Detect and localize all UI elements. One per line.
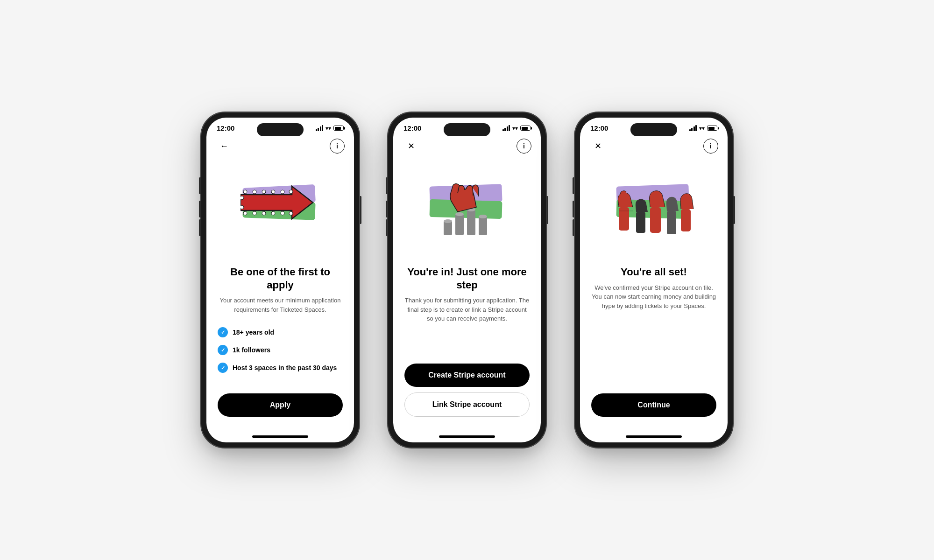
home-indicator-2 bbox=[439, 435, 495, 438]
svg-point-6 bbox=[289, 190, 293, 194]
svg-point-4 bbox=[271, 190, 275, 194]
req-check-1: ✓ bbox=[218, 327, 228, 337]
svg-rect-17 bbox=[455, 214, 464, 235]
close-button-3[interactable]: ✕ bbox=[589, 138, 606, 154]
svg-point-5 bbox=[281, 190, 284, 194]
close-button-2[interactable]: ✕ bbox=[403, 138, 419, 154]
signal-icon-2 bbox=[502, 125, 510, 131]
svg-point-8 bbox=[253, 211, 256, 215]
phone-3: 12:00 ▾▾ bbox=[574, 112, 733, 448]
battery-icon-1 bbox=[333, 126, 344, 131]
wifi-icon-2: ▾▾ bbox=[512, 125, 518, 132]
dynamic-island-3 bbox=[630, 123, 677, 136]
phone-2: 12:00 ▾▾ bbox=[388, 112, 546, 448]
svg-rect-19 bbox=[467, 210, 475, 235]
screen-1-subtitle: Your account meets our minimum applicati… bbox=[218, 296, 343, 314]
svg-point-2 bbox=[253, 190, 256, 194]
svg-point-11 bbox=[281, 211, 284, 215]
nav-bar-2: ✕ i bbox=[393, 134, 541, 158]
battery-icon-2 bbox=[520, 126, 531, 131]
svg-rect-21 bbox=[479, 217, 487, 235]
svg-rect-27 bbox=[667, 211, 676, 234]
continue-button[interactable]: Continue bbox=[591, 393, 716, 417]
status-time-3: 12:00 bbox=[590, 124, 608, 132]
illustration-1 bbox=[218, 163, 343, 256]
svg-point-18 bbox=[455, 212, 464, 216]
svg-point-16 bbox=[444, 219, 452, 223]
screen-1-content: Be one of the first to apply Your accoun… bbox=[206, 158, 354, 432]
signal-icon-3 bbox=[689, 125, 697, 131]
illustration-3 bbox=[591, 163, 716, 256]
svg-point-3 bbox=[262, 190, 266, 194]
screen-1-title: Be one of the first to apply bbox=[218, 266, 343, 291]
phone-1-screen: 12:00 ▾▾ bbox=[206, 118, 354, 442]
battery-icon-3 bbox=[707, 126, 717, 131]
phone-1: 12:00 ▾▾ bbox=[201, 112, 360, 448]
screen-3-subtitle: We've confirmed your Stripe account on f… bbox=[591, 283, 716, 311]
status-time-2: 12:00 bbox=[403, 124, 421, 132]
svg-point-1 bbox=[243, 190, 247, 194]
svg-point-7 bbox=[243, 211, 247, 215]
req-label-2: 1k followers bbox=[233, 346, 270, 354]
screen-2-title: You're in! Just one more step bbox=[404, 266, 530, 291]
link-stripe-button[interactable]: Link Stripe account bbox=[404, 392, 530, 417]
phone-2-screen: 12:00 ▾▾ bbox=[393, 118, 541, 442]
req-check-3: ✓ bbox=[218, 363, 228, 373]
screen-3-content: You're all set! We've confirmed your Str… bbox=[580, 158, 728, 432]
info-button-2[interactable]: i bbox=[517, 139, 531, 154]
svg-point-9 bbox=[262, 211, 266, 215]
svg-point-22 bbox=[479, 215, 487, 218]
phone-3-frame: 12:00 ▾▾ bbox=[574, 112, 733, 448]
nav-bar-1: ← i bbox=[206, 134, 354, 158]
svg-rect-15 bbox=[444, 221, 452, 235]
info-button-1[interactable]: i bbox=[330, 139, 345, 154]
svg-point-14 bbox=[241, 205, 244, 209]
req-label-1: 18+ years old bbox=[233, 329, 274, 336]
req-item-2: ✓ 1k followers bbox=[218, 341, 343, 359]
svg-point-12 bbox=[289, 211, 293, 215]
status-icons-2: ▾▾ bbox=[502, 125, 531, 132]
info-button-3[interactable]: i bbox=[703, 139, 718, 154]
home-indicator-1 bbox=[252, 435, 308, 438]
nav-bar-3: ✕ i bbox=[580, 134, 728, 158]
apply-button[interactable]: Apply bbox=[218, 393, 343, 417]
req-item-1: ✓ 18+ years old bbox=[218, 323, 343, 341]
svg-point-10 bbox=[271, 211, 275, 215]
svg-point-13 bbox=[241, 196, 244, 200]
wifi-icon-3: ▾▾ bbox=[699, 125, 705, 132]
req-item-3: ✓ Host 3 spaces in the past 30 days bbox=[218, 359, 343, 377]
status-time-1: 12:00 bbox=[217, 124, 234, 132]
back-button-1[interactable]: ← bbox=[216, 138, 233, 154]
svg-rect-26 bbox=[650, 207, 661, 233]
phone-1-frame: 12:00 ▾▾ bbox=[201, 112, 360, 448]
home-indicator-3 bbox=[626, 435, 682, 438]
dynamic-island-1 bbox=[257, 123, 304, 136]
create-stripe-button[interactable]: Create Stripe account bbox=[404, 364, 530, 387]
svg-rect-28 bbox=[681, 209, 691, 231]
signal-icon-1 bbox=[316, 125, 324, 131]
wifi-icon-1: ▾▾ bbox=[325, 125, 331, 132]
screen-2-subtitle: Thank you for submitting your applicatio… bbox=[404, 296, 530, 323]
status-icons-1: ▾▾ bbox=[316, 125, 344, 132]
req-check-2: ✓ bbox=[218, 345, 228, 355]
requirements-list: ✓ 18+ years old ✓ 1k followers ✓ Host 3 … bbox=[218, 323, 343, 377]
phone-2-frame: 12:00 ▾▾ bbox=[388, 112, 546, 448]
req-label-3: Host 3 spaces in the past 30 days bbox=[233, 364, 337, 371]
dynamic-island-2 bbox=[444, 123, 490, 136]
phones-container: 12:00 ▾▾ bbox=[201, 112, 733, 448]
illustration-2 bbox=[404, 163, 530, 256]
phone-3-screen: 12:00 ▾▾ bbox=[580, 118, 728, 442]
status-icons-3: ▾▾ bbox=[689, 125, 718, 132]
screen-3-title: You're all set! bbox=[591, 266, 716, 279]
svg-rect-25 bbox=[636, 212, 645, 233]
svg-marker-0 bbox=[241, 186, 313, 219]
screen-2-content: You're in! Just one more step Thank you … bbox=[393, 158, 541, 432]
